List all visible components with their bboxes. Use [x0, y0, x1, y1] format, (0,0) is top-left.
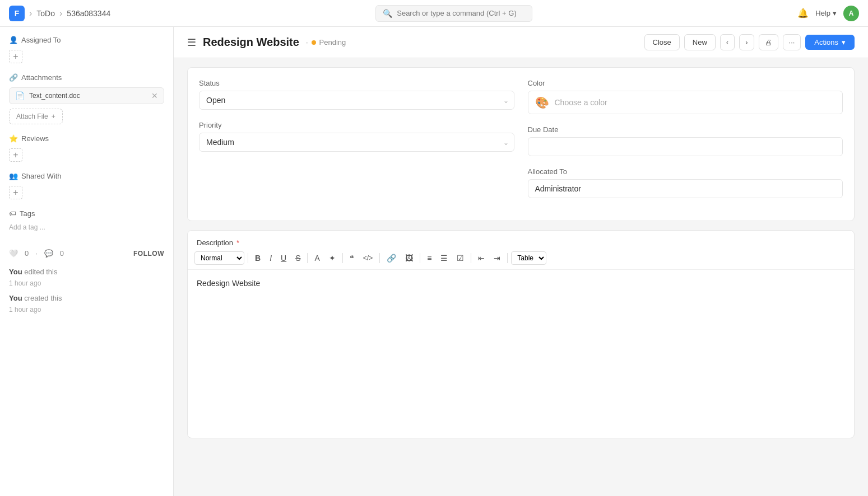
form-right-col: Color 🎨 Choose a color Due Date Allocate… [528, 79, 843, 209]
topnav-right: 🔔 Help ▾ A [797, 6, 859, 21]
file-icon: 📄 [15, 91, 25, 100]
status-select-wrapper: Open In Progress Closed [199, 91, 514, 110]
attach-file-label: Attach File [16, 113, 48, 120]
toolbar-sep-2 [307, 253, 308, 263]
description-editor[interactable]: Redesign Website [188, 270, 854, 438]
avatar[interactable]: A [843, 6, 859, 21]
reviews-label: Reviews [21, 134, 49, 143]
comments-count: 0 [60, 249, 64, 258]
color-group: Color 🎨 Choose a color [528, 79, 843, 114]
activity-item-0: You edited this 1 hour ago [9, 266, 164, 288]
highlight-button[interactable]: ✦ [326, 251, 339, 265]
blockquote-button[interactable]: ❝ [346, 251, 358, 265]
table-select[interactable]: Table [511, 251, 546, 265]
actions-label: Actions [814, 38, 838, 46]
help-button[interactable]: Help ▾ [815, 9, 837, 17]
activity-user-0: You [9, 268, 22, 276]
toolbar-sep-7 [507, 253, 508, 263]
color-placeholder: Choose a color [555, 98, 607, 107]
indent-button[interactable]: ⇥ [490, 251, 504, 265]
shared-with-icon: 👥 [9, 172, 18, 180]
text-style-select[interactable]: Normal Heading 1 Heading 2 [194, 251, 244, 265]
search-area: 🔍 [375, 5, 532, 22]
attach-file-button[interactable]: Attach File + [9, 109, 63, 124]
bold-button[interactable]: B [252, 251, 264, 265]
editor-toolbar: Normal Heading 1 Heading 2 B I U S A ✦ ❝… [188, 247, 854, 270]
add-tag-button[interactable]: Add a tag ... [9, 223, 164, 231]
priority-select-wrapper: Low Medium High Urgent [199, 133, 514, 152]
close-button[interactable]: Close [644, 34, 680, 50]
status-dot [312, 40, 316, 45]
actions-button[interactable]: Actions ▾ [805, 35, 855, 50]
link-button[interactable]: 🔗 [383, 251, 400, 265]
italic-button[interactable]: I [266, 251, 275, 265]
page-header-left: ☰ Redesign Website · Pending [187, 36, 346, 49]
form-card: Status Open In Progress Closed Priority [187, 67, 855, 221]
outdent-button[interactable]: ⇤ [475, 251, 488, 265]
add-shared-button[interactable]: + [9, 186, 22, 199]
attachments-icon: 🔗 [9, 73, 18, 82]
more-button[interactable]: ··· [783, 34, 801, 50]
remove-attachment-button[interactable]: ✕ [151, 91, 158, 100]
toolbar-sep-5 [420, 253, 420, 263]
form-row-1: Status Open In Progress Closed Priority [199, 79, 843, 209]
due-date-group: Due Date [528, 125, 843, 156]
required-star: * [236, 238, 239, 247]
search-input[interactable] [397, 9, 520, 17]
strikethrough-button[interactable]: S [292, 251, 304, 265]
new-button[interactable]: New [684, 34, 716, 50]
assigned-to-icon: 👤 [9, 36, 18, 44]
attachment-filename: Text_content.doc [29, 92, 147, 100]
tags-icon: 🏷 [9, 209, 16, 218]
ordered-list-button[interactable]: ≡ [424, 251, 435, 265]
unordered-list-button[interactable]: ☰ [437, 251, 451, 265]
breadcrumb-sep-1: › [29, 8, 32, 18]
color-picker[interactable]: 🎨 Choose a color [528, 91, 843, 114]
hamburger-icon[interactable]: ☰ [187, 36, 196, 49]
shared-with-label: Shared With [21, 172, 62, 180]
shared-with-section: 👥 Shared With [9, 172, 164, 180]
topnav: F › ToDo › 536a083344 🔍 🔔 Help ▾ A [0, 0, 868, 27]
tags-section: 🏷 Tags [9, 209, 164, 218]
priority-select[interactable]: Low Medium High Urgent [199, 133, 514, 152]
prev-button[interactable]: ‹ [720, 34, 735, 50]
attachment-item: 📄 Text_content.doc ✕ [9, 87, 164, 104]
add-assigned-button[interactable]: + [9, 50, 22, 63]
status-text: Pending [319, 38, 346, 46]
description-section: Description * Normal Heading 1 Heading 2… [187, 230, 855, 438]
due-date-input[interactable] [528, 137, 843, 156]
likes-row: 🤍 0 · 💬 0 FOLLOW [9, 249, 164, 258]
attachments-label: Attachments [21, 73, 62, 82]
checklist-button[interactable]: ☑ [453, 251, 467, 265]
page-header-right: Close New ‹ › 🖨 ··· Actions ▾ [644, 34, 855, 50]
status-group: Status Open In Progress Closed [199, 79, 514, 110]
follow-button[interactable]: FOLLOW [133, 250, 164, 258]
toolbar-sep-4 [379, 253, 380, 263]
print-button[interactable]: 🖨 [759, 34, 778, 50]
breadcrumb-todo[interactable]: ToDo [36, 9, 55, 18]
code-button[interactable]: </> [360, 252, 376, 264]
underline-button[interactable]: U [277, 251, 290, 265]
toolbar-sep-1 [248, 253, 248, 263]
status-select[interactable]: Open In Progress Closed [199, 91, 514, 110]
image-button[interactable]: 🖼 [402, 251, 416, 265]
actions-chevron-icon: ▾ [842, 38, 846, 46]
allocated-to-label: Allocated To [528, 167, 843, 176]
toolbar-sep-6 [471, 253, 471, 263]
allocated-to-value: Administrator [528, 179, 843, 198]
tags-label: Tags [20, 209, 35, 218]
reviews-icon: ⭐ [9, 134, 18, 143]
form-left-col: Status Open In Progress Closed Priority [199, 79, 514, 209]
color-wheel-icon: 🎨 [535, 96, 549, 109]
app-icon[interactable]: F [9, 6, 25, 21]
add-review-button[interactable]: + [9, 148, 22, 162]
status-badge: · Pending [306, 38, 346, 46]
status-separator: · [306, 38, 308, 46]
font-color-button[interactable]: A [311, 251, 323, 265]
heart-icon: 🤍 [9, 249, 18, 258]
bottom-info: 🤍 0 · 💬 0 FOLLOW You edited this 1 hour … [9, 249, 164, 315]
main-content: ☰ Redesign Website · Pending Close New ‹… [174, 27, 868, 496]
bell-icon[interactable]: 🔔 [797, 8, 809, 18]
description-label: Description [197, 238, 233, 247]
next-button[interactable]: › [739, 34, 754, 50]
